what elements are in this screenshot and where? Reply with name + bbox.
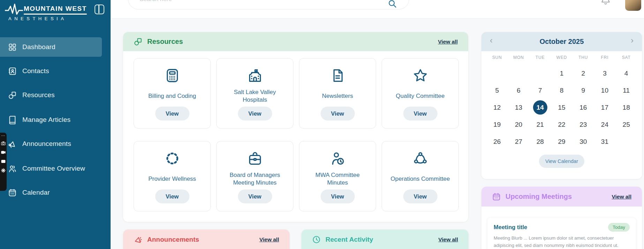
chevron-left-icon[interactable]: ‹	[490, 36, 493, 45]
megaphone-icon	[8, 139, 17, 149]
resources-title: Resources	[147, 38, 183, 46]
search-icon[interactable]	[388, 0, 397, 8]
avatar[interactable]	[625, 0, 641, 11]
calendar-day[interactable]: 2	[572, 65, 594, 82]
calendar-day[interactable]: 21	[529, 116, 551, 133]
calendar-day[interactable]: 4	[615, 65, 637, 82]
calendar-empty-cell	[508, 65, 530, 82]
chevron-right-icon[interactable]: ›	[631, 36, 634, 45]
resource-card-salt-lake-valley-hospitals[interactable]: Salt Lake Valley Hospitals View	[216, 58, 293, 129]
resource-card-mwa-committee-minutes[interactable]: MWA Committee Minutes View	[299, 141, 376, 211]
calendar-day[interactable]: 9	[572, 82, 594, 99]
resource-card-operations-committee[interactable]: Operations Committee View	[382, 141, 459, 211]
calendar-day[interactable]: 24	[594, 116, 616, 133]
calendar-day[interactable]: 6	[508, 82, 530, 99]
sidebar-item-label: Announcements	[22, 140, 71, 148]
logo-line1: MOUNTAIN WEST	[24, 5, 87, 13]
screen-icon[interactable]	[1, 159, 6, 164]
resource-card-label: Salt Lake Valley Hospitals	[217, 84, 293, 107]
calendar-icon	[8, 188, 17, 197]
upcoming-meetings-view-all-link[interactable]: View all	[612, 194, 631, 200]
person-clock-icon	[330, 150, 346, 166]
calendar-panel: ‹ October 2025 › SUN MON TUE WED THU FRI…	[481, 32, 642, 179]
recent-activity-title: Recent Activity	[325, 236, 373, 243]
resource-card-board-of-managers-meeting-minutes[interactable]: Board of Managers Meeting Minutes View	[216, 141, 293, 211]
calendar-day[interactable]: 19	[486, 116, 508, 133]
hospital-icon	[247, 68, 263, 84]
calendar-day[interactable]: 29	[551, 133, 572, 150]
search-bar[interactable]	[128, 0, 409, 9]
calendar-day[interactable]: 11	[615, 82, 637, 99]
camera-icon[interactable]	[1, 141, 6, 146]
weekday-label: WED	[551, 55, 572, 60]
view-button[interactable]: View	[321, 107, 355, 120]
sidebar-item-committee-overview[interactable]: Committee Overview	[0, 159, 102, 178]
bell-icon[interactable]	[600, 0, 611, 6]
sidebar-item-manage-articles[interactable]: Manage Articles	[0, 110, 102, 130]
logo-line2: ANESTHESIA	[5, 16, 96, 21]
calendar-day[interactable]: 15	[551, 99, 572, 116]
weekday-label: MON	[508, 55, 530, 60]
meeting-title: Meeting title	[494, 224, 527, 231]
view-button[interactable]: View	[321, 189, 355, 203]
calendar-day[interactable]: 31	[594, 133, 616, 150]
calendar-day[interactable]: 8	[551, 82, 572, 99]
sidebar-item-announcements[interactable]: Announcements	[0, 134, 102, 154]
calendar-day[interactable]: 16	[572, 99, 594, 116]
announcements-view-all-link[interactable]: View all	[259, 236, 279, 243]
sidebar-item-label: Manage Articles	[22, 116, 70, 124]
weekday-label: TUE	[529, 55, 551, 60]
calendar-day[interactable]: 13	[508, 99, 530, 116]
meeting-blurb: Meeting Blurb ... Lorem ipsum dolor sit …	[494, 235, 630, 249]
view-button[interactable]: View	[403, 107, 437, 120]
resource-card-label: Board of Managers Meeting Minutes	[217, 166, 293, 189]
sidebar-item-resources[interactable]: Resources	[0, 85, 102, 105]
calendar-day[interactable]: 10	[594, 82, 616, 99]
calendar-day[interactable]: 28	[529, 133, 551, 150]
calendar-selected-day[interactable]: 14	[533, 100, 547, 115]
sidebar-item-dashboard[interactable]: Dashboard	[0, 37, 102, 57]
calendar-day[interactable]: 1	[551, 65, 572, 82]
view-button[interactable]: View	[155, 107, 189, 120]
screen-capture-toolbar[interactable]: ⋯	[0, 133, 7, 191]
calendar-day[interactable]: 23	[572, 116, 594, 133]
view-calendar-button[interactable]: View Calendar	[539, 155, 584, 168]
view-button[interactable]: View	[155, 189, 189, 203]
view-button[interactable]: View	[238, 107, 272, 120]
gear-icon[interactable]	[1, 168, 6, 173]
sidebar-collapse-icon[interactable]	[95, 5, 104, 14]
view-button[interactable]: View	[403, 189, 437, 203]
calendar-day[interactable]: 20	[508, 116, 530, 133]
calendar-day[interactable]: 3	[594, 65, 616, 82]
sidebar-item-label: Calendar	[22, 189, 50, 196]
calendar-day[interactable]: 26	[486, 133, 508, 150]
recent-activity-view-all-link[interactable]: View all	[438, 236, 458, 243]
recent-activity-header: Recent Activity View all	[301, 229, 469, 249]
calendar-day[interactable]: 14	[529, 99, 551, 116]
resource-card-billing-and-coding[interactable]: Billing and Coding View	[134, 58, 211, 129]
resources-view-all-link[interactable]: View all	[438, 39, 458, 45]
resource-card-provider-wellness[interactable]: Provider Wellness View	[134, 141, 211, 211]
search-input[interactable]	[140, 0, 377, 9]
resource-card-newsletters[interactable]: Newsletters View	[299, 58, 376, 129]
megaphone-icon	[134, 235, 143, 244]
recent-activity-panel: Recent Activity View all	[301, 229, 469, 249]
calendar-day[interactable]: 18	[615, 99, 637, 116]
calendar-day[interactable]: 25	[615, 116, 637, 133]
calendar-day[interactable]: 7	[529, 82, 551, 99]
calendar-day[interactable]: 17	[594, 99, 616, 116]
spinner-icon	[164, 150, 180, 166]
calendar-day[interactable]: 12	[486, 99, 508, 116]
sidebar-item-calendar[interactable]: Calendar	[0, 183, 102, 202]
video-camera-icon[interactable]	[1, 150, 6, 155]
calendar-day[interactable]: 5	[486, 82, 508, 99]
resource-card-quality-committee[interactable]: Quality Committee View	[382, 58, 459, 129]
sidebar-item-contacts[interactable]: Contacts	[0, 61, 102, 81]
clock-icon	[312, 235, 321, 244]
meeting-card[interactable]: Meeting title Today Meeting Blurb ... Lo…	[487, 218, 636, 249]
calendar-day[interactable]: 30	[572, 133, 594, 150]
view-button[interactable]: View	[238, 189, 272, 203]
calendar-day[interactable]: 22	[551, 116, 572, 133]
drag-dots-icon[interactable]: ⋯	[1, 134, 6, 137]
calendar-day[interactable]: 27	[508, 133, 530, 150]
